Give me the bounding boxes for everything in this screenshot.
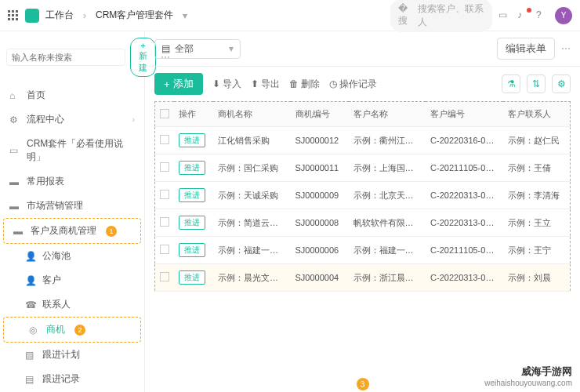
- nav-label: 市场营销管理: [27, 199, 83, 212]
- notebook-icon[interactable]: ▭: [498, 9, 511, 22]
- column-header[interactable]: 客户编号: [426, 102, 503, 127]
- search-placeholder: 搜索客户、联系人: [418, 2, 484, 29]
- folder-icon: ▬: [9, 201, 20, 212]
- bell-icon[interactable]: ♪: [517, 9, 530, 22]
- cell-code: SJ0000011: [291, 154, 349, 182]
- table-row[interactable]: 推进示例：简道云采购SJ0000008帆软软件有限公司C-20220313-00…: [155, 209, 571, 237]
- import-button[interactable]: ⬇ 导入: [212, 78, 241, 91]
- annotation-badge-2: 2: [74, 325, 85, 336]
- help-icon[interactable]: ?: [536, 9, 549, 22]
- delete-button[interactable]: 🗑 删除: [289, 78, 320, 91]
- row-checkbox[interactable]: [160, 135, 169, 144]
- data-table: 操作商机名称商机编号客户名称客户编号客户联系人 推进江化销售采购SJ000001…: [154, 101, 571, 292]
- annotation-badge-3: 3: [357, 378, 369, 390]
- breadcrumb-module[interactable]: CRM客户管理套件: [96, 9, 173, 22]
- sidebar-search-input[interactable]: [6, 49, 125, 66]
- edit-form-button[interactable]: 编辑表单: [497, 38, 555, 60]
- column-header[interactable]: 客户联系人: [503, 102, 571, 127]
- global-search[interactable]: �搜 搜索客户、联系人: [390, 0, 492, 32]
- view-label: 全部: [175, 42, 194, 56]
- sidebar-item-5[interactable]: ▬客户及商机管理1: [3, 218, 141, 244]
- plus-icon: +: [164, 78, 170, 90]
- row-checkbox[interactable]: [160, 272, 169, 281]
- folder-icon: ▬: [13, 226, 24, 237]
- sidebar-item-11[interactable]: ▤跟进记录: [0, 367, 144, 391]
- flow-icon: ⚙: [9, 114, 20, 125]
- cell-cust: 示例：福建一高集团: [349, 237, 426, 264]
- table-row[interactable]: 推进示例：晨光文具设备…SJ0000004示例：浙江晨光文具…C-2022031…: [155, 264, 571, 292]
- more-icon[interactable]: ⋯: [561, 43, 571, 54]
- column-header[interactable]: 客户名称: [349, 102, 426, 127]
- table-row[interactable]: 推进示例：天诚采购SJ0000009示例：北京天诚软件…C-20220313-0…: [155, 182, 571, 209]
- table-row[interactable]: 推进示例：福建一高3月订单SJ0000006示例：福建一高集团C-2021110…: [155, 237, 571, 264]
- user-icon: 👤: [25, 275, 36, 286]
- view-selector[interactable]: ▤ 全部 ▾: [154, 39, 241, 59]
- cell-contact: 示例：赵仁民: [503, 127, 571, 154]
- sort-icon[interactable]: ⇅: [527, 74, 546, 93]
- nav-label: CRM套件「必看使用说明」: [27, 137, 135, 164]
- sidebar-item-1[interactable]: ⚙流程中心›: [0, 107, 144, 132]
- cell-code: SJ0000004: [291, 264, 349, 292]
- cell-code: SJ0000008: [291, 209, 349, 237]
- cell-name: 示例：简道云采购: [213, 209, 291, 237]
- table-row[interactable]: 推进示例：国仁采购SJ0000011示例：上海国仁有限…C-20211105-0…: [155, 154, 571, 182]
- sidebar-item-9[interactable]: ◎商机2: [3, 317, 141, 343]
- sidebar-item-0[interactable]: ⌂首页: [0, 83, 144, 107]
- list-icon: ▤: [25, 374, 36, 385]
- nav-label: 首页: [27, 89, 45, 102]
- filter-icon[interactable]: ⚗: [502, 74, 520, 93]
- home-icon: ⌂: [9, 90, 20, 101]
- column-header[interactable]: 商机编号: [291, 102, 349, 127]
- sidebar-item-7[interactable]: 👤客户: [0, 268, 144, 292]
- export-button[interactable]: ⬆ 导出: [251, 78, 280, 91]
- advance-button[interactable]: 推进: [179, 270, 205, 285]
- settings-icon[interactable]: ⚙: [552, 74, 571, 93]
- cell-name: 示例：国仁采购: [213, 154, 291, 182]
- sidebar-item-8[interactable]: ☎联系人: [0, 292, 144, 317]
- advance-button[interactable]: 推进: [179, 161, 205, 175]
- table-container: 操作商机名称商机编号客户名称客户编号客户联系人 推进江化销售采购SJ000001…: [145, 101, 580, 392]
- nav-label: 联系人: [42, 298, 71, 311]
- chevron-down-icon[interactable]: ▾: [183, 10, 187, 21]
- avatar[interactable]: Y: [555, 7, 572, 24]
- sidebar-item-2[interactable]: ▭CRM套件「必看使用说明」: [0, 132, 144, 169]
- sidebar-item-6[interactable]: 👤公海池: [0, 244, 144, 268]
- annotation-badge-1: 1: [106, 226, 117, 237]
- sidebar-item-4[interactable]: ▬市场营销管理: [0, 194, 144, 218]
- advance-button[interactable]: 推进: [179, 243, 205, 257]
- cell-cust: 示例：北京天诚软件…: [349, 182, 426, 209]
- cell-cust: 示例：衢州江化集团: [349, 127, 426, 154]
- select-all-checkbox[interactable]: [160, 109, 169, 118]
- nav-list: ⌂首页⚙流程中心›▭CRM套件「必看使用说明」▬常用报表▬市场营销管理▬客户及商…: [0, 83, 144, 392]
- table-row[interactable]: 推进江化销售采购SJ0000012示例：衢州江化集团C-20220316-000…: [155, 127, 571, 154]
- row-checkbox[interactable]: [160, 162, 169, 172]
- cell-cust: 示例：浙江晨光文具…: [349, 264, 426, 292]
- nav-label: 流程中心: [27, 113, 64, 126]
- nav-label: 公海池: [42, 249, 71, 263]
- row-checkbox[interactable]: [160, 217, 169, 227]
- row-checkbox[interactable]: [160, 245, 169, 254]
- cell-custcode: C-20220313-0000004: [426, 264, 503, 292]
- nav-label: 常用报表: [27, 175, 64, 188]
- toolbar: +添加 ⬇ 导入 ⬆ 导出 🗑 删除 ◷ 操作记录 ⚗ ⇅ ⚙: [145, 67, 580, 101]
- nav-label: 客户及商机管理: [31, 224, 96, 238]
- add-button[interactable]: +添加: [154, 73, 203, 95]
- log-button[interactable]: ◷ 操作记录: [329, 78, 377, 91]
- topbar: 工作台 › CRM客户管理套件 ▾ �搜 搜索客户、联系人 ▭ ♪ ? Y: [0, 0, 580, 31]
- logo-icon: [25, 9, 39, 23]
- sidebar-item-10[interactable]: ▤跟进计划: [0, 343, 144, 367]
- cell-cust: 帆软软件有限公司: [349, 209, 426, 237]
- advance-button[interactable]: 推进: [179, 216, 205, 230]
- advance-button[interactable]: 推进: [179, 188, 205, 202]
- row-checkbox[interactable]: [160, 190, 169, 199]
- cell-name: 示例：晨光文具设备…: [213, 264, 291, 292]
- breadcrumb-workspace[interactable]: 工作台: [45, 9, 74, 22]
- cell-cust: 示例：上海国仁有限…: [349, 154, 426, 182]
- cell-custcode: C-20220313-0000002: [426, 182, 503, 209]
- advance-button[interactable]: 推进: [179, 133, 205, 147]
- apps-grid-icon[interactable]: [8, 10, 19, 21]
- sidebar-item-3[interactable]: ▬常用报表: [0, 169, 144, 194]
- column-header[interactable]: 商机名称: [213, 102, 291, 127]
- cell-code: SJ0000006: [291, 237, 349, 264]
- column-header[interactable]: 操作: [174, 102, 213, 127]
